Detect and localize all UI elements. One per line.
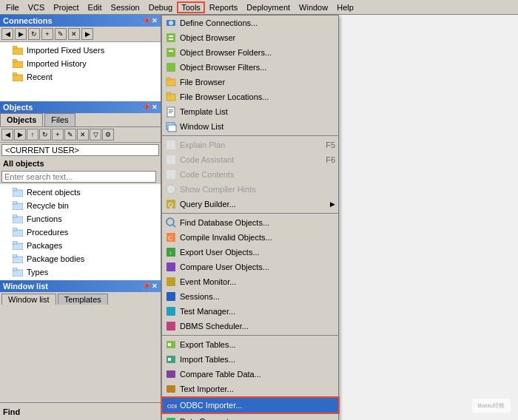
obj-procedures[interactable]: Procedures [1, 226, 159, 239]
conn-forward-btn[interactable]: ▶ [15, 28, 27, 40]
obj-filter[interactable]: ▽ [90, 129, 101, 140]
menu-query-builder[interactable]: Q Query Builder... ▶ [162, 197, 338, 211]
obj-functions[interactable]: Functions [1, 212, 159, 226]
object-browser-label: Object Browser [180, 33, 235, 42]
menu-deployment[interactable]: Deployment [242, 2, 295, 13]
svg-rect-8 [13, 203, 23, 210]
wl-tab-templates[interactable]: Templates [58, 294, 108, 305]
menu-edit[interactable]: Edit [84, 2, 107, 13]
search-input[interactable] [1, 171, 156, 183]
svg-rect-56 [166, 292, 175, 301]
svg-rect-3 [13, 59, 17, 62]
svg-text:ODB: ODB [167, 404, 177, 409]
obj-packages[interactable]: Packages [1, 239, 159, 252]
objects-tabs: Objects Files [0, 113, 161, 127]
menu-vcs[interactable]: VCS [24, 2, 50, 13]
wl-close[interactable]: ✕ [152, 282, 158, 290]
conn-imported-history[interactable]: Imported History [1, 57, 159, 70]
code-assist-icon [165, 154, 177, 166]
connections-close[interactable]: ✕ [152, 17, 158, 24]
obj-edit[interactable]: ✎ [64, 129, 76, 140]
obj-back[interactable]: ◀ [1, 129, 13, 140]
obj-recycle[interactable]: Recycle bin [1, 199, 159, 212]
svg-rect-32 [166, 79, 175, 86]
obj-recent[interactable]: Recent objects [1, 186, 159, 199]
obj-types[interactable]: Types [1, 265, 159, 279]
obj-delete[interactable]: ✕ [77, 129, 89, 140]
menu-window-list[interactable]: Window List [162, 119, 338, 134]
menu-file-browser[interactable]: File Browser [162, 75, 338, 89]
menu-file-browser-locations[interactable]: File Browser Locations... [162, 89, 338, 104]
svg-rect-16 [13, 257, 23, 263]
menu-text-importer[interactable]: Text Importer... [162, 382, 338, 396]
menu-object-browser[interactable]: Object Browser [162, 30, 338, 45]
sep-2 [162, 213, 338, 214]
conn-back-btn[interactable]: ◀ [1, 28, 13, 40]
explain-plan-icon [165, 139, 177, 151]
obj-settings[interactable]: ⚙ [102, 129, 114, 140]
tab-files[interactable]: Files [44, 113, 75, 126]
connections-pin[interactable]: 📌 [142, 17, 150, 24]
wl-tab-list[interactable]: Window list [1, 294, 56, 305]
conn-recent[interactable]: Recent [1, 70, 159, 84]
conn-edit-btn[interactable]: ✎ [55, 28, 67, 40]
menu-tools[interactable]: Tools [177, 1, 205, 13]
menu-find-db-objects[interactable]: Find Database Objects... [162, 215, 338, 230]
objects-close[interactable]: ✕ [152, 104, 158, 111]
svg-rect-11 [13, 214, 17, 217]
svg-rect-63 [166, 370, 175, 378]
svg-point-25 [169, 21, 173, 25]
menu-compare-user[interactable]: Compare User Objects... [162, 260, 338, 274]
svg-rect-0 [13, 48, 23, 55]
compare-table-icon [165, 368, 177, 380]
menu-project[interactable]: Project [49, 2, 83, 13]
menu-template-list[interactable]: Template List [162, 104, 338, 119]
obj-up[interactable]: ↑ [27, 129, 38, 140]
menu-object-browser-filters[interactable]: Object Browser Filters... [162, 60, 338, 75]
svg-rect-5 [13, 72, 17, 75]
menu-dbms-scheduler[interactable]: DBMS Scheduler... [162, 319, 338, 333]
svg-rect-58 [166, 322, 175, 331]
conn-connect-btn[interactable]: ▶ [81, 28, 93, 40]
menu-define-connections[interactable]: Define Connections... [162, 16, 338, 30]
menu-help[interactable]: Help [332, 2, 358, 13]
obj-package-bodies[interactable]: Package bodies [1, 252, 159, 265]
menu-export-user[interactable]: ↑ Export User Objects... [162, 245, 338, 260]
obj-forward[interactable]: ▶ [14, 129, 26, 140]
conn-delete-btn[interactable]: ✕ [68, 28, 80, 40]
menu-session[interactable]: Session [107, 2, 144, 13]
menu-compile-invalid[interactable]: C Compile Invalid Objects... [162, 230, 338, 245]
menu-object-browser-folders[interactable]: Object Browser Folders... [162, 45, 338, 60]
menu-debug[interactable]: Debug [144, 2, 177, 13]
menu-file[interactable]: File [1, 2, 24, 13]
menu-event-monitor[interactable]: Event Monitor... [162, 274, 338, 289]
menu-import-tables[interactable]: Import Tables... [162, 352, 338, 367]
find-db-label: Find Database Objects... [180, 218, 269, 227]
menu-test-manager[interactable]: Test Manager... [162, 304, 338, 319]
svg-rect-31 [166, 63, 175, 72]
svg-rect-6 [13, 190, 23, 197]
menu-export-tables[interactable]: Export Tables... [162, 337, 338, 352]
menu-window[interactable]: Window [295, 2, 332, 13]
obj-packages-icon [12, 240, 24, 251]
menu-reports[interactable]: Reports [205, 2, 243, 13]
compiler-hints-label: Show Compiler Hints [180, 185, 256, 194]
conn-refresh-btn[interactable]: ↻ [28, 28, 40, 40]
menu-sessions[interactable]: Sessions... [162, 289, 338, 304]
obj-new[interactable]: + [52, 129, 64, 140]
conn-imported-fixed[interactable]: Imported Fixed Users [1, 44, 159, 57]
tab-objects[interactable]: Objects [0, 113, 43, 126]
wl-pin[interactable]: 📌 [142, 282, 150, 290]
objects-pin[interactable]: 📌 [142, 104, 150, 111]
sep-1 [162, 135, 338, 136]
template-list-label: Template List [180, 107, 228, 116]
find-label: Find [3, 407, 20, 416]
compile-invalid-label: Compile Invalid Objects... [180, 233, 272, 242]
conn-add-btn[interactable]: + [41, 28, 53, 40]
obj-refresh[interactable]: ↻ [39, 129, 51, 140]
menu-compare-table-data[interactable]: Compare Table Data... [162, 367, 338, 382]
menu-data-generator[interactable]: Data Generator... [162, 414, 338, 420]
svg-rect-30 [169, 50, 173, 52]
window-list-header: Window list 📌 ✕ [0, 280, 161, 292]
menu-odbc-importer[interactable]: ODB ODBC Importer... [161, 396, 340, 414]
